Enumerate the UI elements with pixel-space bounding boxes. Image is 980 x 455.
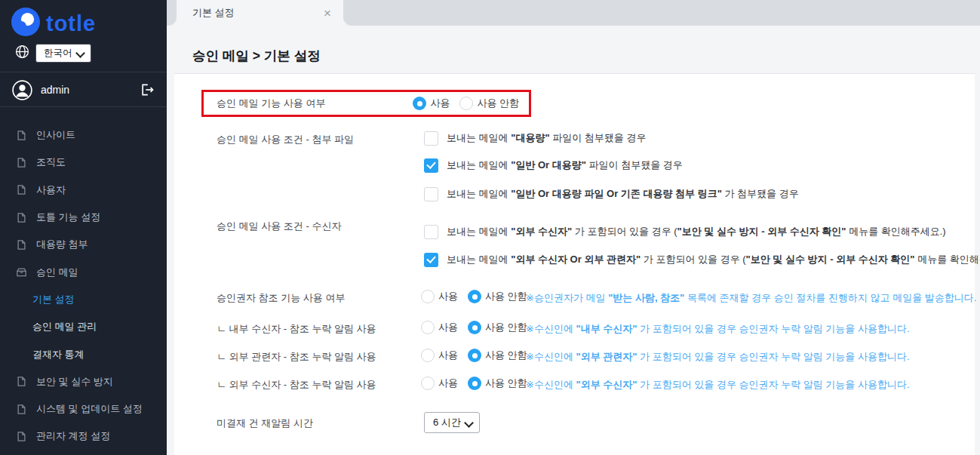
radio-use[interactable] (421, 377, 435, 390)
sidebar-item-approval-mail[interactable]: 승인 메일 (0, 258, 167, 285)
globe-icon (15, 45, 29, 62)
sidebar-menu: 인사이트 조직도 사용자 토틀 기능 설정 대용량 첨부 승인 메일 (0, 121, 167, 450)
close-icon[interactable]: × (324, 7, 331, 20)
setting-row-internal-recipient-alert: ㄴ 내부 수신자 - 참조 누락 알림 사용 사용 사용 안함 ※수신인에 "내… (217, 320, 980, 335)
radio-use[interactable] (421, 290, 435, 303)
logout-icon[interactable] (140, 82, 155, 97)
brand-logo-text: totle (46, 8, 96, 39)
radio-group-approver-cc: 사용 사용 안함 (421, 289, 537, 304)
tabbar-fill (167, 0, 177, 26)
sidebar-subitem-basic-settings[interactable]: 기본 설정 (0, 286, 167, 313)
setting-label-internal-recipient-alert: ㄴ 내부 수신자 - 참조 누락 알림 사용 (217, 322, 376, 336)
checkbox[interactable] (424, 131, 438, 146)
avatar (12, 80, 32, 100)
setting-row-external-related-alert: ㄴ 외부 관련자 - 참조 누락 알림 사용 사용 사용 안함 ※수신인에 "외… (217, 348, 980, 363)
checkbox-option-normal-or-large: 보내는 메일에 "일반 Or 대용량" 파일이 첨부됐을 경우 (424, 158, 683, 173)
page-icon (16, 212, 27, 223)
radio-not-use[interactable] (468, 349, 481, 362)
setting-label-reminder: 미결재 건 재알림 시간 (217, 417, 313, 430)
language-select[interactable]: 한국어 (35, 44, 91, 63)
setting-note: ※승인권자가 메일 "받는 사람, 참조" 목록에 존재할 경우 승인 절차를 … (526, 291, 976, 305)
radio-group-external-recipient-alert: 사용 사용 안함 (421, 376, 537, 391)
radio-not-use[interactable] (468, 377, 481, 390)
sidebar-item-orgchart[interactable]: 조직도 (0, 149, 167, 176)
sidebar-item-security[interactable]: 보안 및 실수 방지 (0, 368, 167, 395)
sidebar-item-totle-settings[interactable]: 토틀 기능 설정 (0, 204, 167, 231)
checkbox[interactable] (424, 225, 438, 239)
reminder-interval-value: 6 시간 (433, 416, 461, 429)
brand-logo: totle (11, 7, 96, 40)
radio-group-internal-recipient-alert: 사용 사용 안함 (421, 320, 537, 335)
setting-label-external-related-alert: ㄴ 외부 관련자 - 참조 누락 알림 사용 (217, 350, 376, 364)
sidebar-item-users[interactable]: 사용자 (0, 177, 167, 204)
setting-row-approver-cc: 승인권자 참조 기능 사용 여부 사용 사용 안함 ※승인권자가 메일 "받는 … (217, 289, 980, 304)
admin-username: admin (41, 84, 140, 96)
sidebar-subitem-approver-stats[interactable]: 결재자 통계 (0, 340, 167, 367)
setting-label-external-recipient-alert: ㄴ 외부 수신자 - 참조 누락 알림 사용 (217, 378, 376, 392)
sidebar-item-large-attachment[interactable]: 대용량 첨부 (0, 231, 167, 258)
sidebar-divider (0, 72, 167, 72)
sidebar-item-insight[interactable]: 인사이트 (0, 121, 167, 149)
radio-use[interactable] (413, 97, 426, 110)
checkbox[interactable] (424, 187, 438, 201)
highlight-red-box: 승인 메일 기능 사용 여부 사용 사용 안함 (201, 90, 531, 117)
setting-note: ※수신인에 "외부 관련자" 가 포함되어 있을 경우 승인권자 누락 알림 기… (526, 350, 910, 364)
admin-user-row: admin (0, 73, 167, 106)
open-box-icon (16, 266, 27, 278)
sidebar-subitem-approval-mail-manage[interactable]: 승인 메일 관리 (0, 313, 167, 340)
setting-label-recipient: 승인 메일 사용 조건 - 수신자 (217, 220, 341, 233)
page-title: 승인 메일 > 기본 설정 (192, 47, 321, 65)
checkbox-option-external-recipient: 보내는 메일에 "외부 수신자" 가 포함되어 있을 경우 ("보안 및 실수 … (424, 224, 946, 239)
tab-basic-settings[interactable]: 기본 설정 × (177, 0, 343, 26)
setting-label-approver-cc: 승인권자 참조 기능 사용 여부 (217, 291, 345, 305)
reminder-interval-select[interactable]: 6 시간 (424, 412, 480, 433)
page-icon (16, 376, 27, 387)
page-icon (16, 157, 27, 168)
radio-not-use[interactable] (468, 290, 481, 303)
radio-group-external-related-alert: 사용 사용 안함 (421, 348, 537, 363)
sidebar-divider (0, 106, 167, 107)
tab-label: 기본 설정 (192, 6, 324, 20)
page-icon (16, 184, 27, 195)
main-content: 기본 설정 × 승인 메일 > 기본 설정 승인 메일 기능 사용 여부 사용 … (167, 0, 980, 455)
radio-use[interactable] (421, 349, 435, 362)
setting-label-enable: 승인 메일 기능 사용 여부 (217, 97, 413, 110)
radio-group-enable: 사용 사용 안함 (413, 96, 529, 111)
checkbox-checked[interactable] (424, 253, 438, 267)
brand-logo-icon (11, 7, 41, 40)
setting-row-external-recipient-alert: ㄴ 외부 수신자 - 참조 누락 알림 사용 사용 사용 안함 ※수신인에 "외… (217, 376, 980, 391)
checkbox-checked[interactable] (424, 158, 438, 173)
checkbox-option-external-recipient-or-related: 보내는 메일에 "외부 수신자 Or 외부 관련자" 가 포함되어 있을 경우 … (424, 252, 980, 267)
setting-note: ※수신인에 "내부 수신자" 가 포함되어 있을 경우 승인권자 누락 알림 기… (526, 322, 910, 336)
page-icon (16, 130, 27, 141)
sidebar-item-admin-account[interactable]: 관리자 계정 설정 (0, 423, 167, 450)
setting-note: ※수신인에 "외부 수신자" 가 포함되어 있을 경우 승인권자 누락 알림 기… (526, 378, 910, 392)
sidebar: totle 한국어 admi (0, 0, 167, 455)
setting-label-attachment: 승인 메일 사용 조건 - 첨부 파일 (217, 133, 354, 146)
checkbox-option-existing-link: 보내는 메일에 "일반 Or 대용량 파일 Or 기존 대용량 첨부 링크" 가… (424, 186, 799, 201)
page-icon (16, 431, 27, 442)
page-icon (16, 404, 27, 415)
radio-not-use[interactable] (468, 321, 481, 334)
language-select-value: 한국어 (44, 47, 72, 60)
sidebar-item-system-update[interactable]: 시스템 및 업데이트 설정 (0, 395, 167, 423)
radio-use[interactable] (421, 321, 435, 334)
app-window: totle 한국어 admi (0, 0, 980, 455)
checkbox-option-large-file: 보내는 메일에 "대용량" 파일이 첨부됐을 경우 (424, 131, 646, 146)
page-icon (16, 239, 27, 251)
radio-not-use[interactable] (459, 97, 473, 110)
tabbar-fill (343, 0, 980, 26)
